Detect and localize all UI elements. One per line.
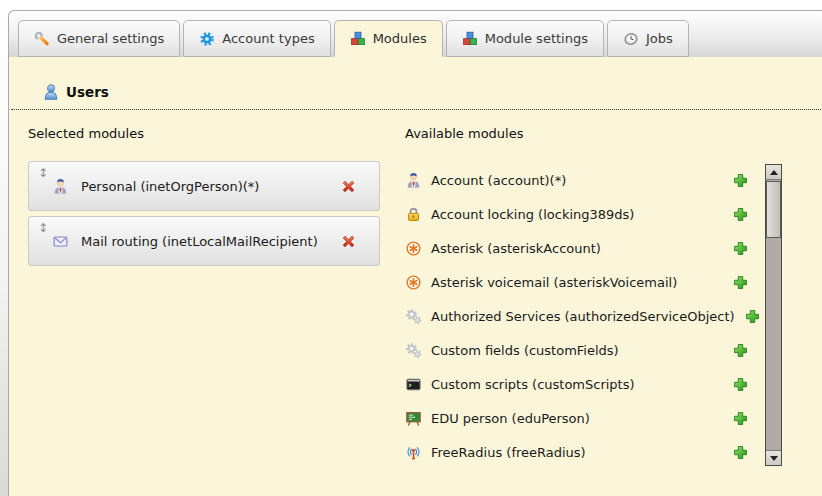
tab-label: General settings (57, 31, 164, 46)
modules-icon (462, 31, 478, 47)
red-x-icon[interactable] (340, 233, 357, 250)
triangle-down-icon (770, 456, 778, 461)
green-plus-icon[interactable] (732, 376, 749, 393)
lock-icon (405, 206, 422, 223)
module-name: Account (account)(*) (431, 173, 566, 188)
selected-modules-column: Selected modules ↕ Personal (inetOrgPers… (28, 126, 380, 271)
module-name: FreeRadius (freeRadius) (431, 445, 586, 460)
antenna-icon (405, 444, 422, 461)
updown-arrow-icon[interactable]: ↕ (38, 162, 52, 179)
green-plus-icon[interactable] (732, 342, 749, 359)
green-plus-icon[interactable] (744, 308, 761, 325)
available-module-asterisk: Asterisk (asteriskAccount) (405, 231, 749, 265)
available-module-custom-scripts: Custom scripts (customScripts) (405, 367, 749, 401)
asterisk-icon (405, 274, 422, 291)
triangle-up-icon (770, 170, 778, 175)
tab-bar: General settings Account types Modul (9, 11, 822, 57)
mail-icon (52, 233, 69, 250)
settings-window: General settings Account types Modul (8, 10, 822, 496)
green-plus-icon[interactable] (732, 172, 749, 189)
module-name: Asterisk (asteriskAccount) (431, 241, 601, 256)
modules-panel: Users Selected modules ↕ Personal (i (9, 57, 822, 496)
green-plus-icon[interactable] (732, 274, 749, 291)
selected-modules-label: Selected modules (28, 126, 380, 141)
green-plus-icon[interactable] (732, 444, 749, 461)
available-module-account-locking: Account locking (locking389ds) (405, 197, 749, 231)
scrollbar-thumb[interactable] (766, 181, 781, 238)
gears-icon (405, 308, 422, 325)
tab-label: Jobs (646, 31, 673, 46)
available-module-authorized-services: Authorized Services (authorizedServiceOb… (405, 299, 749, 333)
tab-account-types[interactable]: Account types (183, 20, 330, 57)
available-module-custom-fields: Custom fields (customFields) (405, 333, 749, 367)
selected-module-mail-routing[interactable]: ↕ Mail routing (inetLocalMailRecipient) (28, 216, 380, 266)
scroll-up-button[interactable] (766, 165, 781, 180)
module-name: Custom scripts (customScripts) (431, 377, 635, 392)
chalkboard-icon (405, 410, 422, 427)
terminal-icon (405, 376, 422, 393)
asterisk-icon (405, 240, 422, 257)
person-icon (405, 172, 422, 189)
module-name: Authorized Services (authorizedServiceOb… (431, 309, 735, 324)
red-x-icon[interactable] (340, 178, 357, 195)
module-name: Personal (inetOrgPerson)(*) (81, 179, 259, 194)
available-module-account: Account (account)(*) (405, 163, 749, 197)
section-users: Users (11, 83, 822, 110)
clock-icon (623, 31, 639, 47)
tab-module-settings[interactable]: Module settings (446, 20, 604, 57)
tab-jobs[interactable]: Jobs (607, 20, 689, 57)
module-name: Mail routing (inetLocalMailRecipient) (81, 234, 318, 249)
green-plus-icon[interactable] (732, 240, 749, 257)
available-modules-column: Available modules Account (account)(*) (405, 126, 749, 469)
wrench-icon (34, 31, 50, 47)
module-name: Custom fields (customFields) (431, 343, 619, 358)
tab-label: Module settings (485, 31, 588, 46)
gears-icon (405, 342, 422, 359)
scroll-down-button[interactable] (766, 450, 781, 465)
available-module-edu-person: EDU person (eduPerson) (405, 401, 749, 435)
user-icon (42, 83, 60, 101)
tab-label: Modules (373, 31, 427, 46)
section-title: Users (66, 84, 109, 100)
available-module-freeradius: FreeRadius (freeRadius) (405, 435, 749, 469)
updown-arrow-icon[interactable]: ↕ (38, 217, 52, 234)
tab-label: Account types (222, 31, 314, 46)
module-name: Asterisk voicemail (asteriskVoicemail) (431, 275, 677, 290)
available-modules-scrollbar[interactable] (765, 164, 782, 466)
modules-icon (350, 31, 366, 47)
tab-general-settings[interactable]: General settings (18, 20, 180, 57)
tab-modules[interactable]: Modules (334, 20, 443, 57)
module-name: EDU person (eduPerson) (431, 411, 590, 426)
available-modules-label: Available modules (405, 126, 749, 141)
module-name: Account locking (locking389ds) (431, 207, 634, 222)
green-plus-icon[interactable] (732, 410, 749, 427)
available-module-asterisk-voicemail: Asterisk voicemail (asteriskVoicemail) (405, 265, 749, 299)
selected-module-personal[interactable]: ↕ Personal (inetOrgPerson)(*) (28, 161, 380, 211)
gear-icon (199, 31, 215, 47)
person-icon (52, 178, 69, 195)
green-plus-icon[interactable] (732, 206, 749, 223)
